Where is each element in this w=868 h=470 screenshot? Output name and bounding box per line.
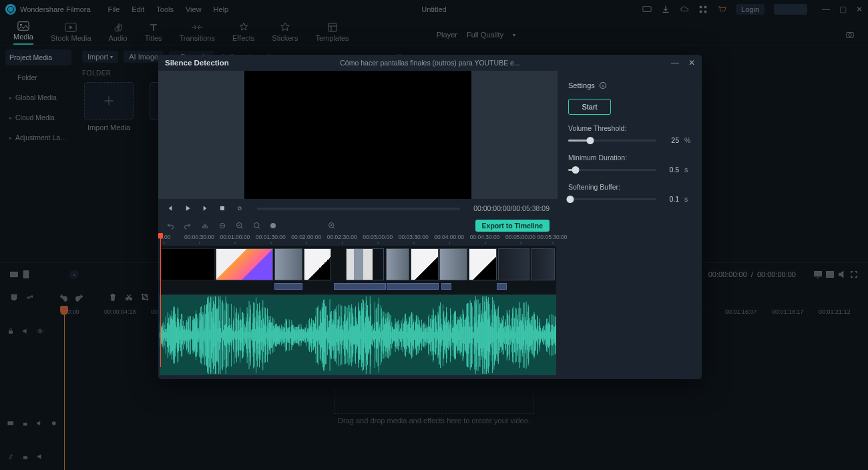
stop-icon[interactable] <box>218 204 226 212</box>
svg-rect-740 <box>503 328 504 342</box>
delete-icon[interactable] <box>218 222 226 230</box>
dialog-minimize-icon[interactable]: — <box>671 58 679 67</box>
zoom-out-icon[interactable] <box>236 222 244 230</box>
video-clip[interactable] <box>216 248 273 280</box>
svg-rect-177 <box>224 325 225 345</box>
svg-rect-89 <box>181 314 182 357</box>
zoom-in-icon[interactable] <box>328 222 336 230</box>
svg-rect-834 <box>550 332 551 338</box>
marker-icon[interactable] <box>236 204 244 212</box>
param-value[interactable]: 0.1 <box>662 195 679 203</box>
svg-rect-629 <box>449 329 449 341</box>
svg-rect-734 <box>501 323 501 348</box>
svg-rect-755 <box>511 318 511 352</box>
audio-segment[interactable] <box>274 283 302 290</box>
dialog-ruler[interactable]: 00:00 00:00:30:00 00:01:00:00 00:01:30:0… <box>160 234 556 246</box>
svg-rect-434 <box>352 313 353 357</box>
ruler-tick: 00:03:30:00 <box>399 234 429 240</box>
svg-rect-265 <box>268 316 269 354</box>
zoom-knob[interactable] <box>270 223 276 228</box>
export-label: Export to Timeline <box>482 222 543 230</box>
ruler-tick: 00:04:30:00 <box>470 234 500 240</box>
svg-rect-236 <box>254 318 254 352</box>
export-to-timeline-button[interactable]: Export to Timeline <box>475 220 550 232</box>
prev-frame-icon[interactable] <box>166 204 174 212</box>
svg-rect-232 <box>252 329 252 341</box>
svg-rect-696 <box>482 318 483 352</box>
svg-rect-354 <box>312 327 313 343</box>
svg-rect-74 <box>174 310 174 359</box>
svg-rect-441 <box>355 306 356 364</box>
zoom-reset-icon[interactable] <box>253 222 261 230</box>
video-clip[interactable] <box>160 248 215 280</box>
video-clip[interactable] <box>439 248 467 280</box>
video-clip[interactable] <box>531 248 555 280</box>
audio-segment[interactable] <box>497 283 507 290</box>
softening-buffer-slider[interactable] <box>568 198 656 200</box>
svg-rect-93 <box>183 321 184 350</box>
svg-rect-783 <box>525 316 525 353</box>
param-value[interactable]: 0.5 <box>662 166 679 174</box>
video-clip[interactable] <box>469 248 497 280</box>
svg-rect-339 <box>305 330 306 341</box>
svg-rect-224 <box>248 332 248 339</box>
svg-rect-530 <box>399 331 400 340</box>
svg-rect-671 <box>469 327 470 344</box>
svg-rect-117 <box>195 322 196 348</box>
svg-rect-714 <box>491 309 491 361</box>
svg-rect-402 <box>336 328 337 342</box>
svg-rect-757 <box>512 308 513 362</box>
svg-rect-61 <box>167 323 168 347</box>
svg-rect-574 <box>421 320 422 350</box>
video-clip[interactable] <box>498 248 530 280</box>
dialog-close-icon[interactable]: ✕ <box>688 58 695 67</box>
svg-rect-726 <box>497 332 497 338</box>
svg-rect-674 <box>471 302 471 367</box>
video-clip[interactable] <box>304 248 332 280</box>
svg-rect-693 <box>480 322 481 348</box>
svg-rect-697 <box>482 296 483 374</box>
video-clip[interactable] <box>346 248 383 280</box>
svg-rect-644 <box>456 324 457 346</box>
audio-segment[interactable] <box>334 283 385 290</box>
play-icon[interactable] <box>184 204 192 212</box>
svg-rect-572 <box>421 326 421 344</box>
svg-rect-661 <box>465 320 465 350</box>
svg-rect-485 <box>377 322 378 348</box>
info-icon[interactable] <box>599 81 607 89</box>
undo-icon[interactable] <box>166 222 174 230</box>
svg-rect-786 <box>526 326 527 345</box>
dialog-waveform[interactable] <box>160 295 556 375</box>
dialog-video-track[interactable] <box>160 246 556 294</box>
svg-rect-350 <box>310 322 311 347</box>
svg-rect-803 <box>535 320 535 350</box>
svg-rect-150 <box>211 312 212 359</box>
svg-rect-725 <box>496 316 497 355</box>
svg-rect-394 <box>332 323 333 347</box>
param-unit: % <box>684 136 691 144</box>
start-button[interactable]: Start <box>568 99 611 115</box>
video-clip[interactable] <box>274 248 302 280</box>
svg-rect-742 <box>505 332 505 338</box>
audio-segment[interactable] <box>387 283 438 290</box>
param-value[interactable]: 25 <box>662 136 679 144</box>
volume-threshold-slider[interactable] <box>568 140 656 142</box>
svg-rect-676 <box>472 306 473 364</box>
svg-rect-80 <box>176 327 177 343</box>
video-clip[interactable] <box>411 248 439 280</box>
redo-icon[interactable] <box>184 222 192 230</box>
transport-scrubber[interactable] <box>257 208 460 210</box>
next-frame-icon[interactable] <box>201 204 209 212</box>
minimum-duration-slider[interactable] <box>568 169 656 171</box>
audio-segment[interactable] <box>441 283 451 290</box>
svg-rect-99 <box>186 323 186 347</box>
video-clip[interactable] <box>386 248 410 280</box>
svg-rect-648 <box>458 319 459 350</box>
svg-rect-843 <box>555 316 556 355</box>
svg-rect-412 <box>341 317 342 353</box>
cut-icon[interactable] <box>201 222 209 230</box>
dialog-playhead[interactable] <box>160 234 161 367</box>
dialog-titlebar[interactable]: Silence Detection Cómo hacer pantallas f… <box>158 55 702 71</box>
svg-rect-191 <box>232 324 232 346</box>
svg-rect-675 <box>471 303 472 367</box>
